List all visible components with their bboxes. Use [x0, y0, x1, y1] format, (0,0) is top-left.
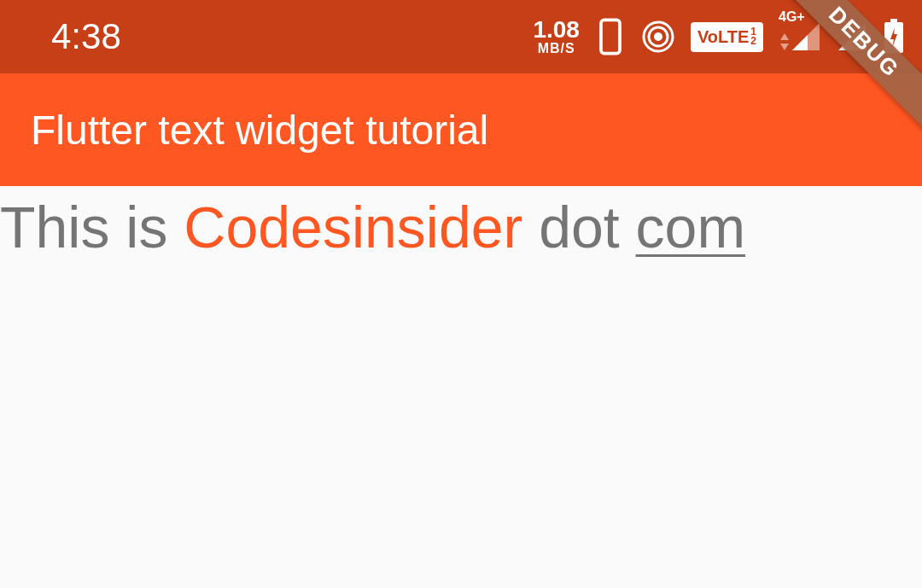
content-area: This is Codesinsider dot com — [0, 186, 922, 265]
network-gen: 4G+ — [779, 9, 805, 25]
volte-text: VoLTE — [697, 27, 749, 47]
text-prefix: This is — [0, 195, 184, 259]
svg-rect-4 — [890, 19, 897, 22]
network-speed: 1.08 MB/S — [533, 18, 580, 55]
svg-point-1 — [654, 32, 662, 41]
speed-value: 1.08 — [533, 18, 580, 42]
text-highlight: Codesinsider — [184, 195, 522, 259]
speed-unit: MB/S — [538, 42, 575, 55]
svg-rect-0 — [601, 20, 620, 53]
volte-sim: 12 — [750, 27, 756, 46]
status-time: 4:38 — [51, 16, 121, 57]
rich-text: This is Codesinsider dot com — [0, 186, 922, 265]
app-bar-title: Flutter text widget tutorial — [31, 107, 488, 154]
app-bar: Flutter text widget tutorial — [0, 73, 922, 186]
status-bar: 4:38 1.08 MB/S VoLTE 12 4G+ — [0, 0, 922, 73]
text-underlined: com — [636, 195, 745, 259]
phone-icon — [595, 18, 626, 55]
signal-icon-1: 4G+ — [779, 21, 821, 52]
text-mid: dot — [522, 195, 635, 259]
hotspot-icon — [641, 20, 675, 54]
volte-badge: VoLTE 12 — [691, 22, 763, 52]
